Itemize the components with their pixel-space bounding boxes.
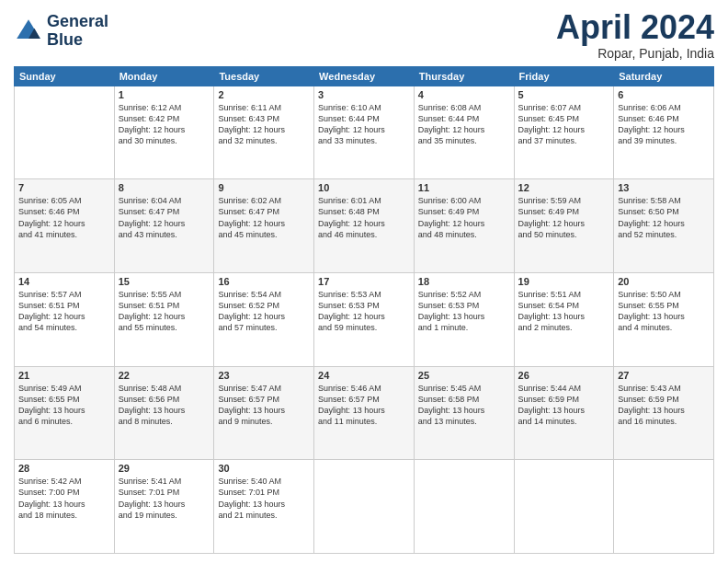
- day-info: Sunrise: 5:43 AMSunset: 6:59 PMDaylight:…: [618, 383, 710, 428]
- weekday-header: Monday: [114, 66, 214, 86]
- day-number: 25: [418, 370, 510, 381]
- day-number: 7: [18, 182, 110, 193]
- day-number: 10: [318, 182, 410, 193]
- day-number: 5: [518, 89, 610, 100]
- day-number: 9: [218, 182, 310, 193]
- day-info: Sunrise: 5:54 AMSunset: 6:52 PMDaylight:…: [218, 289, 310, 334]
- day-info: Sunrise: 5:53 AMSunset: 6:53 PMDaylight:…: [318, 289, 410, 334]
- calendar-cell: 20Sunrise: 5:50 AMSunset: 6:55 PMDayligh…: [614, 272, 714, 366]
- day-number: 6: [618, 89, 710, 100]
- calendar-cell: [514, 460, 614, 554]
- calendar-cell: 8Sunrise: 6:04 AMSunset: 6:47 PMDaylight…: [114, 179, 214, 273]
- day-info: Sunrise: 6:05 AMSunset: 6:46 PMDaylight:…: [18, 195, 110, 240]
- day-info: Sunrise: 5:50 AMSunset: 6:55 PMDaylight:…: [618, 289, 710, 334]
- calendar-cell: 26Sunrise: 5:44 AMSunset: 6:59 PMDayligh…: [514, 366, 614, 460]
- day-number: 4: [418, 89, 510, 100]
- day-info: Sunrise: 5:58 AMSunset: 6:50 PMDaylight:…: [618, 195, 710, 240]
- day-info: Sunrise: 5:51 AMSunset: 6:54 PMDaylight:…: [518, 289, 610, 334]
- calendar-cell: 21Sunrise: 5:49 AMSunset: 6:55 PMDayligh…: [15, 366, 115, 460]
- calendar-cell: [414, 460, 514, 554]
- calendar-cell: 15Sunrise: 5:55 AMSunset: 6:51 PMDayligh…: [114, 272, 214, 366]
- day-info: Sunrise: 5:52 AMSunset: 6:53 PMDaylight:…: [418, 289, 510, 334]
- day-info: Sunrise: 5:44 AMSunset: 6:59 PMDaylight:…: [518, 383, 610, 428]
- calendar-cell: 23Sunrise: 5:47 AMSunset: 6:57 PMDayligh…: [214, 366, 314, 460]
- day-number: 21: [18, 370, 110, 381]
- day-number: 14: [18, 276, 110, 287]
- day-number: 3: [318, 89, 410, 100]
- day-info: Sunrise: 5:49 AMSunset: 6:55 PMDaylight:…: [18, 383, 110, 428]
- day-number: 17: [318, 276, 410, 287]
- weekday-header: Sunday: [15, 66, 115, 86]
- calendar-cell: [614, 460, 714, 554]
- calendar-cell: 27Sunrise: 5:43 AMSunset: 6:59 PMDayligh…: [614, 366, 714, 460]
- day-info: Sunrise: 5:57 AMSunset: 6:51 PMDaylight:…: [18, 289, 110, 334]
- day-info: Sunrise: 5:48 AMSunset: 6:56 PMDaylight:…: [119, 383, 210, 428]
- weekday-header: Saturday: [614, 66, 714, 86]
- calendar-cell: 28Sunrise: 5:42 AMSunset: 7:00 PMDayligh…: [15, 460, 115, 554]
- day-number: 26: [518, 370, 610, 381]
- day-info: Sunrise: 5:42 AMSunset: 7:00 PMDaylight:…: [18, 476, 110, 521]
- day-number: 12: [518, 182, 610, 193]
- day-number: 23: [218, 370, 310, 381]
- day-number: 2: [218, 89, 310, 100]
- calendar-cell: 4Sunrise: 6:08 AMSunset: 6:44 PMDaylight…: [414, 86, 514, 179]
- day-info: Sunrise: 6:01 AMSunset: 6:48 PMDaylight:…: [318, 195, 410, 240]
- day-info: Sunrise: 5:47 AMSunset: 6:57 PMDaylight:…: [218, 383, 310, 428]
- calendar-cell: 10Sunrise: 6:01 AMSunset: 6:48 PMDayligh…: [314, 179, 415, 273]
- month-title: April 2024: [556, 9, 714, 46]
- day-info: Sunrise: 5:55 AMSunset: 6:51 PMDaylight:…: [119, 289, 210, 334]
- weekday-header: Thursday: [414, 66, 514, 86]
- title-block: April 2024 Ropar, Punjab, India: [556, 9, 714, 61]
- day-number: 11: [418, 182, 510, 193]
- calendar-cell: 9Sunrise: 6:02 AMSunset: 6:47 PMDaylight…: [214, 179, 314, 273]
- day-number: 20: [618, 276, 710, 287]
- day-info: Sunrise: 6:00 AMSunset: 6:49 PMDaylight:…: [418, 195, 510, 240]
- logo-line1: General: [47, 13, 108, 31]
- weekday-header: Friday: [514, 66, 614, 86]
- calendar-cell: [314, 460, 415, 554]
- calendar-cell: 7Sunrise: 6:05 AMSunset: 6:46 PMDaylight…: [15, 179, 115, 273]
- calendar-cell: 11Sunrise: 6:00 AMSunset: 6:49 PMDayligh…: [414, 179, 514, 273]
- calendar-cell: 14Sunrise: 5:57 AMSunset: 6:51 PMDayligh…: [15, 272, 115, 366]
- calendar-cell: 19Sunrise: 5:51 AMSunset: 6:54 PMDayligh…: [514, 272, 614, 366]
- calendar-cell: 25Sunrise: 5:45 AMSunset: 6:58 PMDayligh…: [414, 366, 514, 460]
- location: Ropar, Punjab, India: [556, 46, 714, 61]
- header: General Blue April 2024 Ropar, Punjab, I…: [14, 9, 714, 61]
- day-number: 27: [618, 370, 710, 381]
- day-info: Sunrise: 5:59 AMSunset: 6:49 PMDaylight:…: [518, 195, 610, 240]
- calendar-cell: 18Sunrise: 5:52 AMSunset: 6:53 PMDayligh…: [414, 272, 514, 366]
- day-info: Sunrise: 6:11 AMSunset: 6:43 PMDaylight:…: [218, 102, 310, 147]
- calendar-table: SundayMondayTuesdayWednesdayThursdayFrid…: [14, 66, 714, 554]
- logo: General Blue: [14, 13, 108, 50]
- day-number: 1: [119, 89, 210, 100]
- day-info: Sunrise: 6:02 AMSunset: 6:47 PMDaylight:…: [218, 195, 310, 240]
- day-number: 8: [119, 182, 210, 193]
- day-info: Sunrise: 6:10 AMSunset: 6:44 PMDaylight:…: [318, 102, 410, 147]
- day-number: 28: [18, 463, 110, 474]
- calendar-cell: 12Sunrise: 5:59 AMSunset: 6:49 PMDayligh…: [514, 179, 614, 273]
- calendar-cell: 2Sunrise: 6:11 AMSunset: 6:43 PMDaylight…: [214, 86, 314, 179]
- calendar-cell: 5Sunrise: 6:07 AMSunset: 6:45 PMDaylight…: [514, 86, 614, 179]
- day-info: Sunrise: 5:40 AMSunset: 7:01 PMDaylight:…: [218, 476, 310, 521]
- day-info: Sunrise: 6:06 AMSunset: 6:46 PMDaylight:…: [618, 102, 710, 147]
- calendar-cell: 22Sunrise: 5:48 AMSunset: 6:56 PMDayligh…: [114, 366, 214, 460]
- day-info: Sunrise: 5:46 AMSunset: 6:57 PMDaylight:…: [318, 383, 410, 428]
- calendar-cell: 16Sunrise: 5:54 AMSunset: 6:52 PMDayligh…: [214, 272, 314, 366]
- calendar-cell: 24Sunrise: 5:46 AMSunset: 6:57 PMDayligh…: [314, 366, 415, 460]
- calendar-cell: 30Sunrise: 5:40 AMSunset: 7:01 PMDayligh…: [214, 460, 314, 554]
- day-number: 24: [318, 370, 410, 381]
- day-number: 13: [618, 182, 710, 193]
- day-number: 30: [218, 463, 310, 474]
- calendar-cell: 29Sunrise: 5:41 AMSunset: 7:01 PMDayligh…: [114, 460, 214, 554]
- day-info: Sunrise: 6:08 AMSunset: 6:44 PMDaylight:…: [418, 102, 510, 147]
- calendar-cell: 1Sunrise: 6:12 AMSunset: 6:42 PMDaylight…: [114, 86, 214, 179]
- day-number: 19: [518, 276, 610, 287]
- day-number: 22: [119, 370, 210, 381]
- day-info: Sunrise: 6:12 AMSunset: 6:42 PMDaylight:…: [119, 102, 210, 147]
- day-number: 18: [418, 276, 510, 287]
- calendar-cell: 13Sunrise: 5:58 AMSunset: 6:50 PMDayligh…: [614, 179, 714, 273]
- calendar-cell: 17Sunrise: 5:53 AMSunset: 6:53 PMDayligh…: [314, 272, 415, 366]
- day-number: 29: [119, 463, 210, 474]
- calendar-cell: [15, 86, 115, 179]
- logo-icon: [14, 17, 43, 46]
